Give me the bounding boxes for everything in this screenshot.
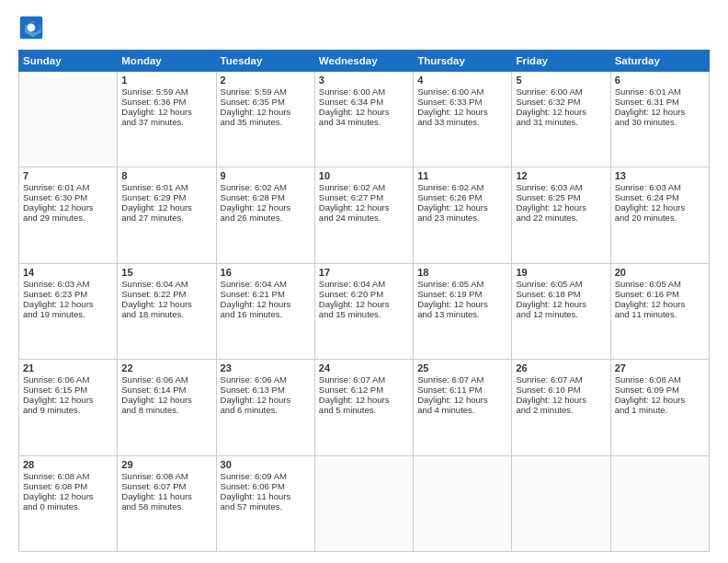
calendar-cell: 11Sunrise: 6:02 AMSunset: 6:26 PMDayligh…	[414, 167, 512, 263]
day-info: Daylight: 12 hours	[417, 107, 507, 117]
day-info: Sunrise: 6:01 AM	[615, 86, 705, 97]
day-number: 29	[121, 459, 211, 470]
day-info: and 23 minutes.	[417, 213, 507, 223]
day-number: 6	[615, 75, 705, 86]
day-number: 7	[23, 170, 113, 181]
day-info: and 30 minutes.	[615, 117, 705, 127]
calendar-header-saturday: Saturday	[610, 51, 709, 72]
day-info: Daylight: 12 hours	[121, 202, 211, 213]
day-info: Sunrise: 6:05 AM	[417, 279, 507, 289]
calendar-cell: 29Sunrise: 6:08 AMSunset: 6:07 PMDayligh…	[118, 455, 216, 551]
calendar-cell: 23Sunrise: 6:06 AMSunset: 6:13 PMDayligh…	[216, 360, 314, 455]
day-info: and 13 minutes.	[417, 309, 507, 319]
day-info: and 12 minutes.	[516, 309, 606, 319]
day-info: Sunrise: 6:09 AM	[221, 471, 311, 481]
calendar-header-monday: Monday	[118, 51, 216, 72]
day-info: and 6 minutes.	[221, 405, 311, 415]
calendar-cell	[19, 72, 118, 167]
calendar-cell: 9Sunrise: 6:02 AMSunset: 6:28 PMDaylight…	[216, 167, 314, 263]
day-info: Daylight: 12 hours	[516, 299, 606, 309]
day-info: and 11 minutes.	[615, 309, 705, 319]
day-info: Sunset: 6:32 PM	[516, 97, 606, 107]
day-info: Sunrise: 6:01 AM	[121, 182, 211, 192]
calendar-cell: 2Sunrise: 5:59 AMSunset: 6:35 PMDaylight…	[216, 72, 314, 167]
day-number: 19	[516, 267, 606, 278]
calendar-cell: 4Sunrise: 6:00 AMSunset: 6:33 PMDaylight…	[414, 72, 512, 167]
day-info: Sunrise: 6:04 AM	[221, 279, 311, 289]
calendar-cell: 28Sunrise: 6:08 AMSunset: 6:08 PMDayligh…	[19, 455, 118, 551]
day-info: Sunrise: 6:08 AM	[23, 471, 113, 481]
day-info: Daylight: 12 hours	[23, 491, 113, 501]
day-info: Daylight: 12 hours	[23, 202, 113, 213]
logo	[18, 15, 48, 40]
day-number: 16	[221, 267, 311, 278]
calendar-cell: 27Sunrise: 6:08 AMSunset: 6:09 PMDayligh…	[610, 360, 709, 455]
day-info: Daylight: 12 hours	[23, 299, 113, 309]
day-info: Daylight: 12 hours	[615, 299, 705, 309]
day-number: 23	[221, 362, 311, 373]
day-number: 2	[221, 75, 311, 86]
calendar-cell: 26Sunrise: 6:07 AMSunset: 6:10 PMDayligh…	[512, 360, 610, 455]
day-number: 3	[319, 75, 409, 86]
day-info: Sunset: 6:07 PM	[121, 481, 211, 491]
calendar-week-1: 7Sunrise: 6:01 AMSunset: 6:30 PMDaylight…	[19, 167, 710, 263]
day-info: and 0 minutes.	[23, 501, 113, 511]
day-info: and 16 minutes.	[221, 309, 311, 319]
day-info: and 15 minutes.	[319, 309, 409, 319]
day-info: Sunset: 6:34 PM	[319, 97, 409, 107]
day-info: Sunrise: 6:07 AM	[417, 374, 507, 385]
day-info: Sunset: 6:22 PM	[121, 289, 211, 299]
day-info: Sunset: 6:25 PM	[516, 192, 606, 202]
day-info: Sunset: 6:33 PM	[417, 97, 507, 107]
day-info: Sunrise: 6:05 AM	[615, 279, 705, 289]
day-info: Daylight: 12 hours	[615, 107, 705, 117]
day-info: Daylight: 12 hours	[417, 395, 507, 405]
day-info: and 1 minute.	[615, 405, 705, 415]
day-info: Daylight: 12 hours	[221, 299, 311, 309]
day-info: Sunrise: 6:02 AM	[417, 182, 507, 192]
day-info: Sunrise: 6:03 AM	[516, 182, 606, 192]
calendar-cell: 10Sunrise: 6:02 AMSunset: 6:27 PMDayligh…	[314, 167, 413, 263]
calendar-cell: 21Sunrise: 6:06 AMSunset: 6:15 PMDayligh…	[19, 360, 118, 455]
day-number: 1	[121, 75, 211, 86]
calendar-week-3: 21Sunrise: 6:06 AMSunset: 6:15 PMDayligh…	[19, 360, 710, 455]
day-info: Daylight: 12 hours	[319, 107, 409, 117]
day-number: 25	[417, 362, 507, 373]
day-info: and 37 minutes.	[121, 117, 211, 127]
day-number: 14	[23, 267, 113, 278]
day-info: and 33 minutes.	[417, 117, 507, 127]
day-info: Sunset: 6:35 PM	[221, 97, 311, 107]
day-info: Sunset: 6:26 PM	[417, 192, 507, 202]
day-info: Daylight: 12 hours	[516, 202, 606, 213]
day-info: Daylight: 12 hours	[221, 202, 311, 213]
day-info: and 35 minutes.	[221, 117, 311, 127]
day-info: Sunrise: 6:08 AM	[121, 471, 211, 481]
calendar-cell	[314, 455, 413, 551]
day-info: and 8 minutes.	[121, 405, 211, 415]
day-info: Sunrise: 6:03 AM	[615, 182, 705, 192]
calendar-cell: 22Sunrise: 6:06 AMSunset: 6:14 PMDayligh…	[118, 360, 216, 455]
day-info: Sunrise: 6:02 AM	[221, 182, 311, 192]
day-info: Sunrise: 6:06 AM	[121, 374, 211, 385]
day-info: Daylight: 12 hours	[516, 107, 606, 117]
day-number: 30	[221, 459, 311, 470]
calendar-week-4: 28Sunrise: 6:08 AMSunset: 6:08 PMDayligh…	[19, 455, 710, 551]
day-number: 15	[121, 267, 211, 278]
calendar-cell: 25Sunrise: 6:07 AMSunset: 6:11 PMDayligh…	[414, 360, 512, 455]
calendar-cell: 18Sunrise: 6:05 AMSunset: 6:19 PMDayligh…	[414, 263, 512, 359]
calendar-week-0: 1Sunrise: 5:59 AMSunset: 6:36 PMDaylight…	[19, 72, 710, 167]
day-info: Daylight: 11 hours	[221, 491, 311, 501]
day-info: Sunset: 6:13 PM	[221, 385, 311, 395]
calendar-cell	[610, 455, 709, 551]
calendar-week-2: 14Sunrise: 6:03 AMSunset: 6:23 PMDayligh…	[19, 263, 710, 359]
day-info: Daylight: 12 hours	[615, 202, 705, 213]
day-info: Sunset: 6:11 PM	[417, 385, 507, 395]
day-info: and 18 minutes.	[121, 309, 211, 319]
day-info: and 2 minutes.	[516, 405, 606, 415]
day-info: Sunset: 6:31 PM	[615, 97, 705, 107]
day-info: Sunrise: 6:01 AM	[23, 182, 113, 192]
day-info: Sunrise: 6:05 AM	[516, 279, 606, 289]
day-info: Daylight: 12 hours	[121, 395, 211, 405]
day-number: 26	[516, 362, 606, 373]
day-info: Sunset: 6:21 PM	[221, 289, 311, 299]
